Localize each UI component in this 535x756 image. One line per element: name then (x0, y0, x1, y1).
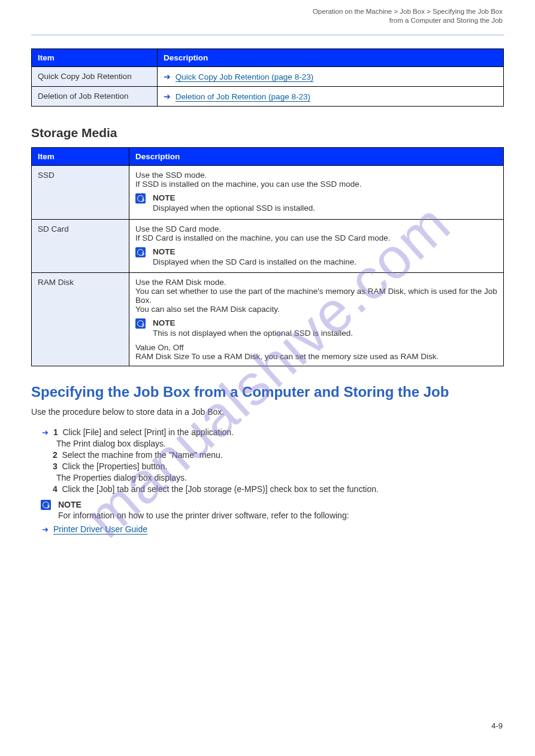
text: If SD Card is installed on the machine, … (135, 233, 497, 242)
cell-item-label: Quick Copy Job Retention (32, 67, 158, 87)
step-number: 2 (53, 450, 58, 460)
step-sub: The Properties dialog box displays. (42, 473, 504, 482)
storage-media-table: Item Description SSD Use the SSD mode. I… (31, 147, 504, 366)
table-row: SSD Use the SSD mode. If SSD is installe… (32, 166, 504, 220)
ref-link[interactable]: Printer Driver User Guide (53, 524, 147, 535)
text: You can also set the RAM Disk capacity. (135, 305, 497, 314)
step-list: ➜ 1 Click [File] and select [Print] in t… (31, 423, 504, 536)
table-row: Deletion of Job Retention ➜ Deletion of … (32, 87, 504, 107)
note-icon (135, 247, 146, 257)
cell-item-label: Deletion of Job Retention (32, 87, 158, 107)
note-text: Displayed when the SD Card is installed … (153, 257, 356, 266)
page-number: 4-9 (491, 721, 503, 730)
step-number: 4 (53, 484, 58, 494)
breadcrumb: Operation on the Machine > Job Box > Spe… (313, 7, 503, 25)
note-text: This is not displayed when the optional … (153, 329, 353, 338)
step-text: Click [File] and select [Print] in the a… (62, 427, 234, 437)
cell-desc: Use the SSD mode. If SSD is installed on… (129, 166, 504, 220)
cell-desc: ➜ Deletion of Job Retention (page 8-23) (158, 87, 504, 107)
text: Value On, Off (135, 343, 497, 352)
th-description: Description (129, 148, 504, 166)
text: Use the SSD mode. (135, 171, 497, 180)
cell-item-label: SSD (32, 166, 129, 220)
text: RAM Disk Size To use a RAM Disk, you can… (135, 352, 497, 361)
ref-link[interactable]: Quick Copy Job Retention (page 8-23) (176, 72, 313, 82)
note-text: For information on how to use the printe… (58, 511, 349, 520)
text: If SSD is installed on the machine, you … (135, 180, 497, 189)
note-icon (135, 193, 146, 204)
section-heading: Storage Media (31, 126, 504, 140)
step-number: 3 (53, 462, 58, 471)
arrow-icon: ➜ (42, 525, 49, 534)
note-icon (41, 500, 51, 510)
text: Use the SD Card mode. (135, 224, 497, 233)
arrow-icon: ➜ (164, 92, 171, 101)
note-text: Displayed when the optional SSD is insta… (153, 204, 315, 212)
cell-desc: Use the RAM Disk mode. You can set wheth… (129, 273, 504, 366)
heading-main: Specifying the Job Box from a Computer a… (31, 383, 504, 401)
divider (31, 35, 504, 35)
note-icon (135, 318, 146, 329)
cell-desc: ➜ Quick Copy Job Retention (page 8-23) (158, 67, 504, 87)
step-text: Select the machine from the "Name" menu. (62, 450, 222, 460)
paragraph: Use the procedure below to store data in… (31, 406, 504, 419)
cell-item-label: RAM Disk (32, 273, 129, 366)
cell-desc: Use the SD Card mode. If SD Card is inst… (129, 219, 504, 273)
step-number: 1 (53, 427, 58, 437)
th-item: Item (32, 49, 158, 67)
text: You can set whether to use the part of t… (135, 287, 497, 305)
cell-item-label: SD Card (32, 219, 129, 273)
step-text: Click the [Job] tab and select the [Job … (62, 484, 378, 494)
th-description: Description (158, 49, 504, 67)
ref-link[interactable]: Deletion of Job Retention (page 8-23) (176, 92, 310, 102)
table-row: SD Card Use the SD Card mode. If SD Card… (32, 219, 504, 273)
step-text: Click the [Properties] button. (62, 462, 167, 471)
text: Use the RAM Disk mode. (135, 278, 497, 287)
arrow-icon: ➜ (42, 428, 49, 437)
table-row: RAM Disk Use the RAM Disk mode. You can … (32, 273, 504, 366)
step-sub: The Print dialog box displays. (42, 439, 504, 448)
table-row: Quick Copy Job Retention ➜ Quick Copy Jo… (32, 67, 504, 87)
th-item: Item (32, 148, 129, 166)
item-description-table: Item Description Quick Copy Job Retentio… (31, 48, 504, 107)
arrow-icon: ➜ (164, 72, 171, 81)
